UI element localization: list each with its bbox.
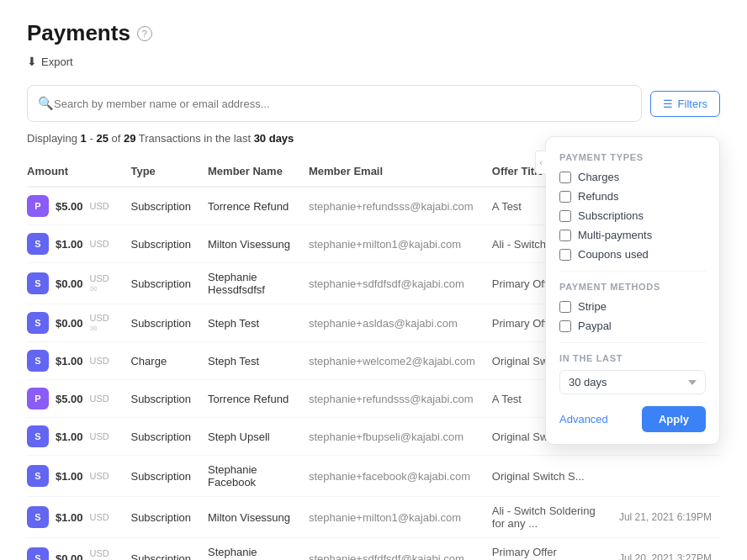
currency-label: USD ✉	[90, 313, 114, 333]
avatar: S	[27, 506, 49, 528]
checkbox-item-multi-payments[interactable]: Multi-payments	[559, 229, 706, 241]
checkbox-item-stripe[interactable]: Stripe	[559, 300, 706, 313]
filter-panel: ‹ PAYMENT TYPES ChargesRefundsSubscripti…	[545, 136, 720, 445]
period-select[interactable]: 30 days7 days60 days90 daysAll time	[559, 370, 706, 394]
avatar: S	[27, 312, 49, 334]
type-cell: Subscription	[122, 225, 199, 263]
type-cell: Subscription	[122, 418, 199, 456]
export-button[interactable]: ⬇ Export	[27, 55, 73, 68]
checkbox-subscriptions[interactable]	[559, 210, 571, 222]
amount-cell: S$1.00USD	[27, 497, 122, 538]
amount-value: $0.00	[56, 317, 83, 330]
member-name-cell: Milton Visessung	[199, 225, 300, 263]
checkbox-label-coupons-used: Coupons used	[578, 248, 649, 261]
member-name-cell: Stephanie Facebook	[199, 456, 300, 497]
column-header-amount: Amount	[27, 158, 122, 187]
member-name-cell: Torrence Refund	[199, 187, 300, 225]
offer-title-cell: Original Switch S...	[484, 456, 611, 497]
avatar: S	[27, 233, 49, 255]
member-name-cell: Torrence Refund	[199, 380, 300, 418]
in-the-last-label: IN THE LAST	[559, 353, 706, 363]
member-name-cell: Milton Visessung	[199, 497, 300, 538]
column-header-member-name: Member Name	[199, 158, 300, 187]
checkbox-item-coupons-used[interactable]: Coupons used	[559, 248, 706, 261]
currency-label: USD	[90, 356, 109, 366]
amount-cell: S$1.00USD	[27, 418, 122, 456]
type-cell: Charge	[122, 342, 199, 380]
avatar: S	[27, 425, 49, 447]
member-email-cell: stephanie+facebook@kajabi.com	[300, 456, 484, 497]
member-name-cell: Stephanie Hessdfsdfsf	[199, 263, 300, 304]
column-header-member-email: Member Email	[300, 158, 484, 187]
table-row[interactable]: S$0.00USD ✉SubscriptionStephanie Hessdfs…	[27, 538, 720, 561]
payment-methods-label: PAYMENT METHODS	[559, 282, 706, 292]
amount-cell: P$5.00USD	[27, 380, 122, 418]
search-container: 🔍	[27, 85, 642, 122]
page-title: Payments	[27, 20, 130, 46]
avatar: P	[27, 195, 49, 217]
currency-label: USD	[90, 394, 109, 404]
amount-value: $0.00	[56, 552, 83, 561]
checkbox-label-paypal: Paypal	[578, 320, 612, 332]
currency-label: USD	[90, 239, 109, 249]
member-email-cell: stephanie+sdfdfsdf@kajabi.com	[300, 538, 484, 561]
amount-value: $5.00	[56, 200, 83, 213]
checkbox-refunds[interactable]	[559, 191, 571, 203]
currency-label: USD	[90, 471, 109, 481]
panel-collapse-arrow[interactable]: ‹	[535, 151, 546, 174]
checkbox-charges[interactable]	[559, 172, 571, 183]
avatar: P	[27, 388, 49, 409]
amount-cell: S$0.00USD ✉	[27, 304, 122, 342]
filters-button[interactable]: ☰ Filters	[650, 91, 720, 117]
help-icon[interactable]: ?	[137, 26, 152, 41]
checkbox-multi-payments[interactable]	[559, 230, 571, 241]
checkbox-label-refunds: Refunds	[578, 190, 618, 203]
amount-value: $1.00	[56, 355, 83, 367]
amount-cell: S$1.00USD	[27, 456, 122, 497]
currency-label: USD ✉	[90, 273, 114, 293]
member-name-cell: Steph Upsell	[199, 418, 300, 456]
amount-cell: S$1.00USD	[27, 225, 122, 263]
search-icon: 🔍	[38, 96, 54, 111]
avatar: S	[27, 272, 49, 294]
currency-label: USD	[90, 431, 109, 441]
checkbox-stripe[interactable]	[559, 301, 571, 313]
amount-cell: P$5.00USD	[27, 187, 122, 225]
amount-value: $5.00	[56, 393, 83, 405]
filters-label: Filters	[678, 98, 707, 110]
checkbox-paypal[interactable]	[559, 320, 571, 332]
checkbox-label-stripe: Stripe	[578, 300, 607, 313]
table-row[interactable]: S$1.00USDSubscriptionStephanie Facebooks…	[27, 456, 720, 497]
currency-label: USD ✉	[90, 548, 114, 560]
member-email-cell: stephanie+welcome2@kajabi.com	[300, 342, 484, 380]
column-header-type: Type	[122, 158, 199, 187]
checkbox-item-charges[interactable]: Charges	[559, 171, 706, 183]
type-cell: Subscription	[122, 187, 199, 225]
apply-button[interactable]: Apply	[642, 406, 706, 432]
checkbox-coupons-used[interactable]	[559, 249, 571, 261]
filter-icon: ☰	[663, 98, 673, 110]
amount-value: $1.00	[56, 431, 83, 443]
checkbox-item-subscriptions[interactable]: Subscriptions	[559, 209, 706, 222]
amount-value: $0.00	[56, 277, 83, 290]
table-row[interactable]: S$1.00USDSubscriptionMilton Visessungste…	[27, 497, 720, 538]
checkbox-label-multi-payments: Multi-payments	[578, 229, 652, 241]
amount-cell: S$0.00USD ✉	[27, 263, 122, 304]
type-cell: Subscription	[122, 456, 199, 497]
offer-title-cell: Primary Offer Subscription	[484, 538, 611, 561]
checkbox-label-subscriptions: Subscriptions	[578, 209, 644, 222]
offer-title-cell: Ali - Switch Soldering for any ...	[484, 497, 611, 538]
member-name-cell: Steph Test	[199, 342, 300, 380]
member-email-cell: stephanie+milton1@kajabi.com	[300, 497, 484, 538]
avatar: S	[27, 547, 49, 560]
advanced-button[interactable]: Advanced	[559, 413, 608, 425]
checkbox-item-refunds[interactable]: Refunds	[559, 190, 706, 203]
member-email-cell: stephanie+milton1@kajabi.com	[300, 225, 484, 263]
type-cell: Subscription	[122, 263, 199, 304]
amount-value: $1.00	[56, 238, 83, 251]
amount-value: $1.00	[56, 511, 83, 524]
search-input[interactable]	[54, 98, 631, 110]
type-cell: Subscription	[122, 497, 199, 538]
checkbox-item-paypal[interactable]: Paypal	[559, 320, 706, 332]
currency-label: USD	[90, 201, 109, 211]
